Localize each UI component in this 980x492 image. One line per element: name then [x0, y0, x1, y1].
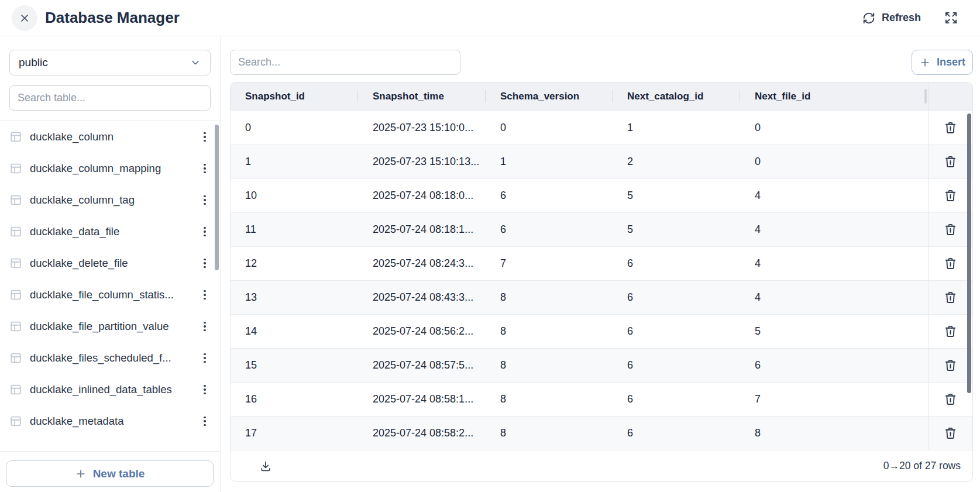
schema-select[interactable]: public — [9, 50, 211, 75]
kebab-menu-icon[interactable] — [199, 381, 211, 398]
cell-snapshot-time[interactable]: 2025-07-24 08:56:2... — [358, 315, 486, 348]
new-table-button[interactable]: New table — [6, 460, 214, 487]
sidebar-item-ducklake-file-column-statistics[interactable]: ducklake_file_column_statis... — [9, 279, 211, 311]
cell-snapshot-time[interactable]: 2025-07-24 08:58:2... — [358, 417, 486, 450]
cell-schema-version[interactable]: 1 — [486, 145, 613, 178]
cell-actions — [928, 145, 972, 178]
cell-schema-version[interactable]: 7 — [486, 247, 613, 280]
sidebar-item-ducklake-column-tag[interactable]: ducklake_column_tag — [9, 184, 211, 216]
cell-snapshot-id[interactable]: 1 — [231, 145, 358, 178]
cell-snapshot-id[interactable]: 0 — [231, 111, 358, 144]
kebab-menu-icon[interactable] — [199, 129, 211, 146]
cell-next-file-id[interactable]: 6 — [740, 349, 928, 382]
refresh-button[interactable]: Refresh — [862, 12, 921, 25]
column-header-actions — [928, 82, 972, 110]
kebab-menu-icon[interactable] — [199, 350, 211, 367]
cell-schema-version[interactable]: 6 — [486, 179, 613, 212]
sidebar-item-ducklake-data-file[interactable]: ducklake_data_file — [9, 216, 211, 247]
sidebar-item-ducklake-column[interactable]: ducklake_column — [9, 121, 211, 153]
sidebar-item-ducklake-metadata[interactable]: ducklake_metadata — [9, 405, 211, 437]
cell-snapshot-time[interactable]: 2025-07-24 08:57:5... — [358, 349, 486, 382]
trash-icon — [944, 155, 957, 168]
cell-next-catalog-id[interactable]: 5 — [613, 213, 740, 246]
cell-schema-version[interactable]: 8 — [486, 417, 613, 450]
cell-snapshot-id[interactable]: 15 — [231, 349, 358, 382]
cell-snapshot-id[interactable]: 13 — [231, 281, 358, 314]
sidebar-item-ducklake-column-mapping[interactable]: ducklake_column_mapping — [9, 153, 211, 184]
cell-next-catalog-id[interactable]: 6 — [613, 417, 740, 450]
cell-next-file-id[interactable]: 5 — [740, 315, 928, 348]
cell-schema-version[interactable]: 8 — [486, 349, 613, 382]
search-input[interactable] — [230, 50, 460, 75]
cell-next-file-id[interactable]: 8 — [740, 417, 928, 450]
kebab-menu-icon[interactable] — [199, 287, 211, 304]
trash-icon — [944, 393, 957, 406]
delete-row-button[interactable] — [941, 390, 960, 408]
cell-snapshot-time[interactable]: 2025-07-24 08:18:0... — [358, 179, 486, 212]
cell-next-catalog-id[interactable]: 6 — [613, 383, 740, 416]
table-search-input[interactable] — [9, 85, 211, 111]
cell-next-file-id[interactable]: 0 — [740, 111, 928, 144]
sidebar-scrollbar-thumb[interactable] — [215, 125, 219, 270]
cell-snapshot-id[interactable]: 16 — [231, 383, 358, 416]
cell-schema-version[interactable]: 8 — [486, 383, 613, 416]
delete-row-button[interactable] — [941, 424, 960, 442]
delete-row-button[interactable] — [941, 288, 960, 307]
sidebar-item-ducklake-file-partition-value[interactable]: ducklake_file_partition_value — [9, 311, 211, 342]
kebab-menu-icon[interactable] — [199, 160, 211, 177]
table-icon — [9, 415, 22, 428]
insert-button[interactable]: Insert — [912, 50, 973, 75]
cell-next-catalog-id[interactable]: 2 — [613, 145, 740, 178]
cell-snapshot-time[interactable]: 2025-07-24 08:58:1... — [358, 383, 486, 416]
delete-row-button[interactable] — [941, 356, 960, 374]
cell-snapshot-id[interactable]: 14 — [231, 315, 358, 348]
kebab-menu-icon[interactable] — [199, 255, 211, 272]
cell-snapshot-id[interactable]: 11 — [231, 213, 358, 246]
cell-schema-version[interactable]: 8 — [486, 315, 613, 348]
cell-next-file-id[interactable]: 0 — [740, 145, 928, 178]
delete-row-button[interactable] — [941, 153, 960, 171]
cell-schema-version[interactable]: 0 — [486, 111, 613, 144]
cell-snapshot-id[interactable]: 17 — [231, 417, 358, 450]
sidebar-item-ducklake-files-scheduled[interactable]: ducklake_files_scheduled_f... — [9, 342, 211, 374]
cell-next-file-id[interactable]: 4 — [740, 213, 928, 246]
delete-row-button[interactable] — [941, 322, 960, 340]
kebab-menu-icon[interactable] — [199, 413, 211, 430]
delete-row-button[interactable] — [941, 119, 960, 137]
cell-next-catalog-id[interactable]: 6 — [613, 281, 740, 314]
cell-next-catalog-id[interactable]: 6 — [613, 315, 740, 348]
column-resize-handle[interactable] — [924, 89, 927, 104]
table-scrollbar-thumb[interactable] — [967, 113, 971, 393]
kebab-menu-icon[interactable] — [199, 192, 211, 209]
cell-snapshot-time[interactable]: 2025-07-24 08:43:3... — [358, 281, 486, 314]
cell-next-catalog-id[interactable]: 6 — [613, 247, 740, 280]
cell-next-catalog-id[interactable]: 5 — [613, 179, 740, 212]
cell-schema-version[interactable]: 8 — [486, 281, 613, 314]
table-name: ducklake_files_scheduled_f... — [30, 352, 171, 364]
cell-next-catalog-id[interactable]: 6 — [613, 349, 740, 382]
fullscreen-button[interactable] — [944, 11, 958, 25]
kebab-menu-icon[interactable] — [199, 223, 211, 240]
kebab-menu-icon[interactable] — [199, 318, 211, 335]
close-button[interactable] — [12, 5, 37, 31]
delete-row-button[interactable] — [941, 221, 960, 239]
cell-snapshot-time[interactable]: 2025-07-23 15:10:0... — [358, 111, 486, 144]
sidebar-item-ducklake-inlined-data-tables[interactable]: ducklake_inlined_data_tables — [9, 374, 211, 405]
download-button[interactable] — [259, 459, 273, 473]
sidebar-item-ducklake-delete-file[interactable]: ducklake_delete_file — [9, 247, 211, 279]
cell-snapshot-time[interactable]: 2025-07-24 08:24:3... — [358, 247, 486, 280]
cell-snapshot-time[interactable]: 2025-07-24 08:18:1... — [358, 213, 486, 246]
cell-next-catalog-id[interactable]: 1 — [613, 111, 740, 144]
cell-next-file-id[interactable]: 4 — [740, 281, 928, 314]
cell-snapshot-id[interactable]: 12 — [231, 247, 358, 280]
cell-next-file-id[interactable]: 4 — [740, 247, 928, 280]
cell-next-file-id[interactable]: 7 — [740, 383, 928, 416]
cell-schema-version[interactable]: 6 — [486, 213, 613, 246]
table-name: ducklake_column_tag — [30, 194, 135, 207]
delete-row-button[interactable] — [941, 254, 960, 273]
cell-snapshot-id[interactable]: 10 — [231, 179, 358, 212]
cell-snapshot-time[interactable]: 2025-07-23 15:10:13... — [358, 145, 486, 178]
delete-row-button[interactable] — [941, 187, 960, 205]
column-header-snapshot-id: Snapshot_id — [231, 82, 358, 110]
cell-next-file-id[interactable]: 4 — [740, 179, 928, 212]
